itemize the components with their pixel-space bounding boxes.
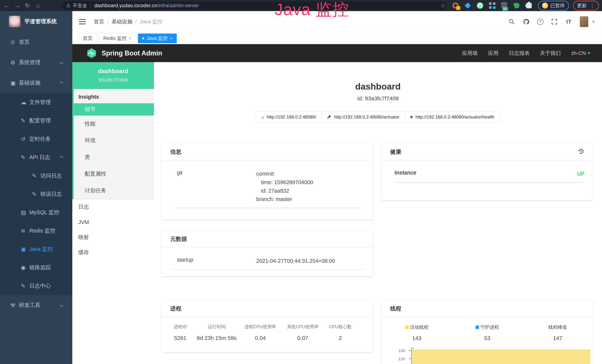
instance-nav-environment[interactable]: 环境 [74,132,154,149]
sidebar-submenu-infra: ☁ 文件管理 ✎ 配置管理 ↺ 定时任务 ✎ API 日志 ✎ 访问日志 ✎ [0,93,72,295]
chevron-up-icon [60,81,63,85]
search-icon[interactable] [508,18,515,25]
sidebar-item-redis[interactable]: ≋ Redis 监控 [0,222,72,240]
layers-icon: ≋ [21,227,29,234]
sidebar-item-devtools[interactable]: ⚒ 研发工具 [0,295,72,315]
app-logo-row[interactable]: 芋道管理系统 [0,11,72,32]
breadcrumb-home[interactable]: 首页 [94,18,104,25]
font-size-icon[interactable]: tT [565,18,572,25]
forward-icon[interactable]: → [12,2,22,9]
help-icon[interactable]: ? [537,19,543,25]
browser-update-button[interactable]: 更新 ⋮ [573,1,599,11]
green-y-icon: y [476,2,484,9]
left-card-column: 信息 git commit: time: 1596289704000 id: 2… [162,144,373,352]
sidebar-item-label: Java 监控 [29,246,53,253]
endpoint-buttons: ⌂ http://192.168.0.2:48080/ http://192.1… [154,111,602,123]
monitor-icon: ▣ [21,246,29,252]
avatar-caret-icon[interactable]: ▾ [592,19,595,24]
process-col-system-cpu: 系统CPU使用率 0.07 [281,324,324,341]
sidebar-item-infra[interactable]: ▣ 基础设施 [0,73,72,93]
actuator-url-button[interactable]: http://192.168.0.2:48080/actuator [321,111,405,123]
extensions-puzzle-icon[interactable] [525,1,533,10]
sidebar-item-mysql[interactable]: ▤ MySQL 监控 [0,203,72,222]
close-icon[interactable]: × [129,36,131,41]
extension-orange-icon[interactable]: 1 [452,1,460,10]
y-axis [411,348,412,364]
metadata-row-label: startup [177,257,256,265]
tab-redis-monitor[interactable]: Redis 监控 × [99,33,136,43]
health-url: http://192.168.0.2:48080/actuator/health [416,114,494,120]
instance-nav-classes[interactable]: 类 [74,149,154,166]
sidebar-item-home[interactable]: ⊙ 首页 [0,32,72,52]
github-icon[interactable] [523,18,530,25]
extension-gem-icon[interactable] [464,1,472,10]
edit-icon: ✎ [21,117,29,124]
extension-leaf-icon[interactable] [513,1,521,10]
sba-nav-applications[interactable]: 应用 [488,50,499,57]
sba-locale-select[interactable]: zh-CN ▾ [571,50,590,56]
breadcrumb-infra[interactable]: 基础设施 [112,18,132,25]
live-threads-area [412,350,590,364]
instance-nav-config-props[interactable]: 配置属性 [74,166,154,182]
sidebar-item-file[interactable]: ☁ 文件管理 [0,93,72,111]
sba-nav-about[interactable]: 关于我们 [540,50,561,57]
monitor-icon: ▣ [10,80,19,86]
sidebar-item-api-log[interactable]: ✎ API 日志 [0,148,72,167]
address-bar[interactable]: ⚠ 不安全 dashboard.yudao.iocoder.cn/infra/a… [62,1,446,10]
y-tickmark [409,351,411,351]
user-avatar[interactable] [580,16,588,27]
sidebar-item-job[interactable]: ↺ 定时任务 [0,130,72,148]
sidebar-item-label: 日志中心 [29,282,51,290]
extension-grid-icon[interactable] [488,1,496,10]
database-icon: ▤ [21,209,29,216]
tab-java-monitor[interactable]: Java 监控 × [138,33,177,43]
sidebar-item-access-log[interactable]: ✎ 访问日志 [0,167,72,185]
browser-home-icon[interactable]: ⌂ [33,2,43,9]
git-branch-line: branch: master [256,195,365,203]
col-value: 0.07 [281,335,324,341]
instance-id-subtitle: Id: 93a3fc7f7409 [154,95,602,102]
sidebar-item-error-log[interactable]: ✎ 错误日志 [0,185,72,203]
reload-icon[interactable]: ↻ [22,2,33,9]
browser-menu-icon[interactable]: ⋮ [590,2,595,9]
instance-nav-details[interactable]: 细节 [74,103,154,116]
collapse-menu-icon[interactable] [79,19,86,24]
instance-nav-metrics[interactable]: 性能 [74,116,154,132]
breadcrumb-separator: / [135,19,137,25]
col-label: 系统CPU使用率 [281,324,324,330]
service-url-button[interactable]: ⌂ http://192.168.0.2:48080/ [256,111,322,123]
instance-nav-jvm[interactable]: JVM [72,214,154,230]
browser-actions: ☆ 1 y on 已暂停 更新 [441,0,599,11]
legend-label: 活动线程 [410,324,429,330]
sidebar-item-trace[interactable]: ◉ 链路追踪 [0,258,72,277]
tab-home[interactable]: 首页 [79,33,97,43]
profile-paused-chip[interactable]: 已暂停 [538,1,569,11]
sidebar-item-log-center[interactable]: ✎ 日志中心 [0,277,72,295]
extension-list-icon[interactable]: on [500,1,509,10]
health-history-icon[interactable] [578,148,584,156]
process-col-uptime: 运行时间 6d 23h 15m 59s [194,324,239,341]
instance-nav-scheduled-tasks[interactable]: 计划任务 [74,182,154,199]
locale-label: zh-CN [571,50,586,56]
health-url-button[interactable]: ♥ http://192.168.0.2:48080/actuator/heal… [405,111,500,123]
sba-nav-journal[interactable]: 日志报表 [509,50,530,57]
bookmark-star-icon[interactable]: ☆ [441,2,446,9]
instance-nav-mappings[interactable]: 映射 [72,230,154,245]
sidebar-item-label: 错误日志 [40,191,62,198]
close-icon[interactable]: × [170,36,172,41]
instance-nav-caches[interactable]: 缓存 [72,245,154,260]
fullscreen-icon[interactable] [551,18,558,25]
sidebar-item-label: 研发工具 [19,301,40,309]
instance-header[interactable]: dashboard 93a3fc7f7409 [72,62,154,89]
sidebar-item-java[interactable]: ▣ Java 监控 [0,240,72,258]
sidebar-item-label: 定时任务 [29,135,51,143]
dashboard-icon: ⊙ [10,39,19,45]
instance-nav-logs[interactable]: 日志 [72,199,154,214]
process-col-process-cpu: 进程CPU使用率 0.04 [239,324,281,341]
extension-y-icon[interactable]: y [476,1,484,10]
paused-label: 已暂停 [550,2,565,9]
back-icon[interactable]: ← [1,2,12,9]
sba-nav-wallboard[interactable]: 应用墙 [462,50,478,57]
sidebar-item-system[interactable]: ⚙ 系统管理 [0,52,72,73]
sidebar-item-config[interactable]: ✎ 配置管理 [0,111,72,130]
